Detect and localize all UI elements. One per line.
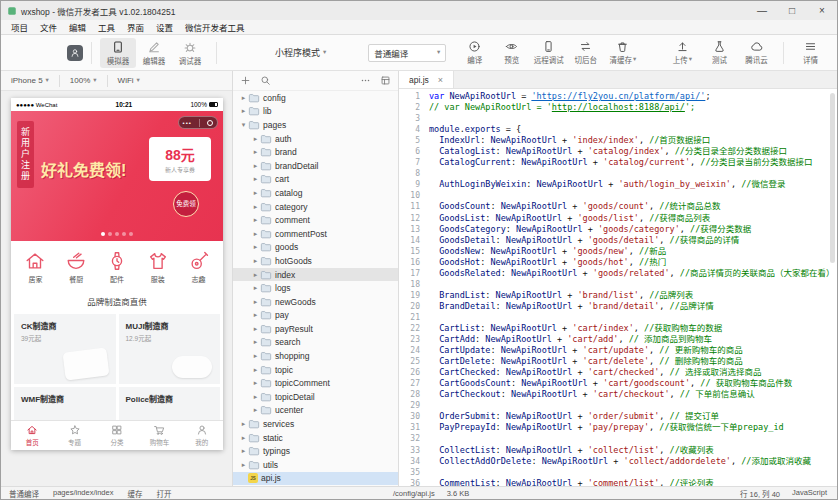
tree-item-static[interactable]: ▸static [233,431,398,445]
more-button[interactable] [360,75,371,86]
zoom-select[interactable]: 100% ▾ [60,76,107,85]
mini-program-capsule[interactable]: ••• [178,116,218,129]
menu-item-6[interactable]: 微信开发者工具 [179,21,251,33]
tree-item-newGoods[interactable]: ▸newGoods [233,295,398,309]
cart-icon [153,424,165,436]
menu-item-3[interactable]: 工具 [92,21,121,33]
remote-debug-button[interactable]: 远程调试 [530,38,567,67]
test-button[interactable]: 测试 [701,38,738,67]
capsule-close-icon[interactable] [207,120,213,126]
tree-item-logs[interactable]: ▸logs [233,281,398,295]
tree-item-category[interactable]: ▸category [233,200,398,214]
tree-item-catalog[interactable]: ▸catalog [233,186,398,200]
tree-item-comment[interactable]: ▸comment [233,213,398,227]
tree-item-shopping[interactable]: ▸shopping [233,349,398,363]
eye-button[interactable]: 预览 [493,38,530,67]
brand-tile-0[interactable]: CK制造商39元起 [14,314,116,384]
tab-home[interactable]: 首页 [11,421,53,450]
tree-item-brandDetail[interactable]: ▸brandDetail [233,159,398,173]
collapse-all-button[interactable] [380,75,391,86]
profile-icon [196,424,208,436]
compile-button[interactable]: 编译 [456,38,493,67]
tree-item-pages[interactable]: ▾pages [233,118,398,132]
category-icon [111,424,123,436]
network-select[interactable]: WiFi ▾ [108,76,150,85]
menu-item-0[interactable]: 项目 [5,21,34,33]
code-line: 30 OrderSubmit: NewApiRootUrl + 'order/s… [399,411,837,422]
tree-item-utils[interactable]: ▸utils [233,458,398,472]
upload-button[interactable]: 上传▾ [664,38,701,67]
tree-item-api.js[interactable]: JSapi.js [233,472,398,486]
editor-scrollbar[interactable] [830,93,835,263]
editor-tab-api-js[interactable]: api.js × [399,71,454,88]
capsule-more-icon[interactable]: ••• [183,120,192,126]
tree-item-search[interactable]: ▸search [233,336,398,350]
nav-home-goods[interactable]: 居家 [24,250,46,284]
promo-banner[interactable]: 新用户注册 好礼免费领! 88元 新人专享券 免费领 ••• [11,111,223,241]
tree-item-topicDetail[interactable]: ▸topicDetail [233,390,398,404]
menu-item-4[interactable]: 界面 [121,21,150,33]
tree-item-services[interactable]: ▸services [233,417,398,431]
details-button[interactable]: 详情 [792,38,829,67]
tab-topic[interactable]: 专题 [53,421,95,450]
brand-tile-1[interactable]: MUJI制造商12.9元起 [119,314,221,384]
statusbar-left-0[interactable]: 普通编译 [9,488,39,499]
folder-icon [248,445,260,457]
close-button[interactable]: × [807,1,837,20]
profile-icon [70,48,80,58]
nav-kitchen[interactable]: 餐厨 [65,250,87,284]
tree-item-ucenter[interactable]: ▸ucenter [233,404,398,418]
debugger-toggle-button[interactable]: 调试器 [172,38,208,68]
tab-cart[interactable]: 购物车 [138,421,180,450]
folder-icon [248,119,260,131]
tab-profile[interactable]: 我的 [181,421,223,450]
nav-accessory[interactable]: 配件 [106,250,128,284]
search-button[interactable] [260,75,271,86]
tree-item-lib[interactable]: ▸lib [233,105,398,119]
clear-cache-button[interactable]: 清缓存▾ [604,38,641,67]
tree-item-payResult[interactable]: ▸payResult [233,322,398,336]
tree-item-index[interactable]: ▸index [233,268,398,282]
tree-item-goods[interactable]: ▸goods [233,241,398,255]
new-file-button[interactable] [240,75,251,86]
compile-icon [468,40,481,53]
tree-item-typings[interactable]: ▸typings [233,444,398,458]
tree-item-topic[interactable]: ▸topic [233,363,398,377]
maximize-button[interactable]: □ [777,1,807,20]
brand-tile-3[interactable]: Police制造商 [119,387,221,420]
menu-item-5[interactable]: 设置 [150,21,179,33]
background-switch-button[interactable]: 切后台 [567,38,604,67]
nav-clothing[interactable]: 服装 [147,250,169,284]
minimize-button[interactable]: — [747,1,777,20]
code-line: 34 CollectAddOrDelete: NewApiRootUrl + '… [399,456,837,467]
code-area[interactable]: 1var NewApiRootUrl = 'https://fly2you.cn… [399,89,837,486]
code-line: 33 CollectList: NewApiRootUrl + 'collect… [399,445,837,456]
menu-item-2[interactable]: 编辑 [63,21,92,33]
compile-mode-select[interactable]: 普通编译 ▾ [368,44,446,62]
close-tab-icon[interactable]: × [438,75,443,85]
menu-item-1[interactable]: 文件 [34,21,63,33]
tree-item-auth[interactable]: ▸auth [233,132,398,146]
folder-icon [260,255,272,267]
line-number: 4 [399,124,429,135]
carousel-dot [129,232,133,236]
tree-item-commentPost[interactable]: ▸commentPost [233,227,398,241]
brand-tile-2[interactable]: WMF制造商 [14,387,116,420]
device-select[interactable]: iPhone 5 ▾ [1,76,59,85]
tree-item-pay[interactable]: ▸pay [233,309,398,323]
tree-item-hotGoods[interactable]: ▸hotGoods [233,254,398,268]
simulator-toggle-button[interactable]: 模拟器 [100,38,136,68]
tree-item-cart[interactable]: ▸cart [233,173,398,187]
tree-item-brand[interactable]: ▸brand [233,145,398,159]
cloud-button[interactable]: 腾讯云 [738,38,775,67]
tabbar: 首页专题分类购物车我的 [11,420,223,450]
nav-hobby[interactable]: 志趣 [188,250,210,284]
tab-category[interactable]: 分类 [96,421,138,450]
statusbar-right-0: 行 16, 列 40 [740,488,780,499]
tree-item-topicComment[interactable]: ▸topicComment [233,376,398,390]
user-avatar[interactable] [67,45,83,61]
editor-toggle-button[interactable]: 编辑器 [136,38,172,68]
tree-item-config[interactable]: ▸config [233,91,398,105]
app-window: wxshop - 微信开发者工具 v1.02.1804251 — □ × 项目文… [0,0,838,500]
mode-select[interactable]: 小程序模式 ▾ [275,46,326,59]
